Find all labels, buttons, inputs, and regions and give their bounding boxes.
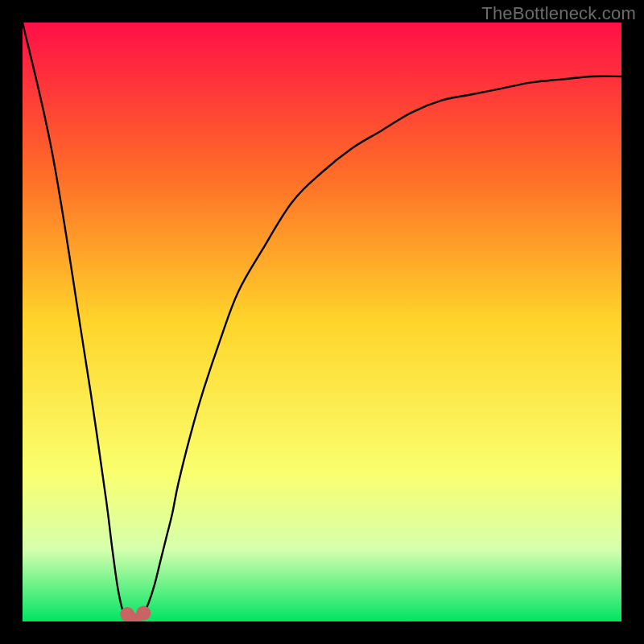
watermark-text: TheBottleneck.com [481, 3, 636, 24]
chart-svg [23, 23, 621, 621]
cusp-marker [136, 606, 151, 621]
plot-area [23, 23, 621, 621]
gradient-background [23, 23, 621, 621]
chart-frame: TheBottleneck.com [0, 0, 644, 644]
